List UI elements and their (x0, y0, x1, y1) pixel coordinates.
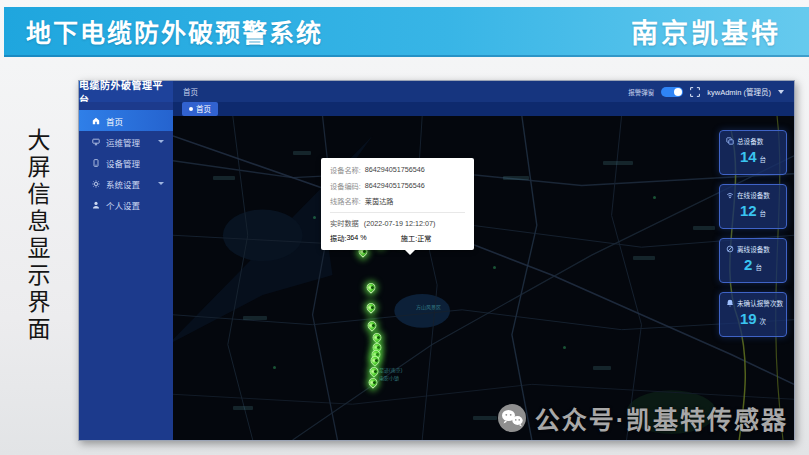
app-body: 首页 运维管理 设备管理 系统设置 个人设置 (79, 102, 794, 440)
slide-banner: 地下电缆防外破预警系统 南京凯基特 (4, 7, 809, 57)
card-unit: 台 (760, 156, 767, 163)
metric-label: 振动: (330, 233, 346, 243)
sidebar-item-devices[interactable]: 设备管理 (79, 152, 173, 173)
app-navbar: 电缆防外破管理平台 首页 报警弹窗 kywAdmin (管理员) (79, 81, 794, 102)
sidebar-item-label: 首页 (106, 115, 123, 127)
popup-row-line-name: 线路名称: 莱茵达路 (330, 196, 465, 206)
map-label-noise (243, 316, 267, 320)
sidebar-item-ops[interactable]: 运维管理 (79, 131, 173, 152)
card-unit: 台 (760, 210, 767, 217)
chevron-down-icon (158, 182, 164, 185)
breadcrumb: 首页 (183, 86, 198, 97)
card-header: 离线设备数 (720, 239, 786, 254)
metric-value: 正常 (417, 233, 431, 243)
home-icon (92, 117, 100, 125)
card-number: 12 (740, 202, 757, 219)
toggle-knob (674, 88, 682, 96)
card-number: 14 (740, 148, 757, 165)
ops-icon (92, 138, 100, 146)
offline-icon (726, 245, 734, 253)
realtime-label: 实时数据 (330, 219, 359, 228)
alarm-toggle[interactable] (661, 87, 683, 97)
card-label: 在线设备数 (737, 190, 770, 200)
alarm-bell-icon (726, 299, 734, 307)
app-logo: 电缆防外破管理平台 (79, 81, 173, 102)
card-header: 未确认报警次数 (720, 293, 786, 308)
sidebar-item-label: 运维管理 (106, 136, 140, 148)
popup-metrics-row: 振动: 364 % 施工: 正常 (330, 233, 465, 245)
map-label-noise (293, 151, 311, 155)
main-area: 首页 (173, 102, 794, 440)
card-label: 总设备数 (737, 136, 763, 146)
map-label-noise (233, 406, 253, 410)
alarm-toggle-label: 报警弹窗 (628, 87, 654, 97)
field-value: 莱茵达路 (365, 196, 394, 206)
card-value: 19次 (720, 311, 786, 326)
map-label-noise (503, 176, 529, 180)
map-poi-dot (653, 196, 656, 199)
fullscreen-icon[interactable] (690, 87, 700, 97)
field-value: 864294051756546 (365, 181, 425, 191)
realtime-timestamp: (2022-07-19 12:12:07) (364, 219, 436, 228)
online-icon (726, 191, 734, 199)
metric-label: 施工: (401, 233, 417, 243)
card-unit: 次 (760, 318, 767, 325)
map-label-noise (213, 176, 235, 180)
map-streets (173, 116, 794, 440)
card-number: 2 (744, 256, 752, 273)
card-value: 14台 (720, 149, 786, 164)
brand-name: 南京凯基特 (631, 12, 781, 51)
card-value: 2台 (720, 257, 786, 272)
sidebar: 首页 运维管理 设备管理 系统设置 个人设置 (79, 102, 173, 440)
map-canvas[interactable]: 方山风景区中道足迹(南京)电影小镇 AA 设备名称: 8642940517565… (173, 116, 794, 440)
field-label: 线路名称: (330, 196, 361, 206)
map-poi-dot (273, 366, 276, 369)
map-label-noise (693, 226, 715, 230)
tab-home[interactable]: 首页 (182, 102, 218, 116)
chevron-down-icon (158, 140, 164, 143)
map-label-noise (473, 416, 497, 420)
devices-icon (726, 137, 734, 145)
sidebar-item-home[interactable]: 首页 (79, 110, 173, 131)
card-unit: 台 (755, 264, 762, 271)
popup-divider (330, 212, 465, 213)
stat-card-offline-devices[interactable]: 离线设备数 2台 (719, 238, 787, 283)
sidebar-item-label: 个人设置 (106, 199, 140, 211)
card-header: 总设备数 (720, 131, 786, 146)
settings-icon (92, 180, 100, 188)
stat-card-online-devices[interactable]: 在线设备数 12台 (719, 184, 787, 229)
chevron-down-icon[interactable] (778, 90, 784, 94)
sidebar-item-profile[interactable]: 个人设置 (79, 194, 173, 215)
map-label-noise (593, 366, 611, 370)
card-value: 12台 (720, 203, 786, 218)
card-label: 离线设备数 (737, 244, 770, 254)
popup-realtime-row: 实时数据 (2022-07-19 12:12:07) (330, 218, 465, 228)
map-poi-dot (493, 266, 496, 269)
sidebar-item-label: 设备管理 (106, 157, 140, 169)
device-icon (92, 159, 100, 167)
map-label-noise (603, 161, 633, 165)
sidebar-item-label: 系统设置 (106, 178, 140, 190)
presentation-slide: 地下电缆防外破预警系统 南京凯基特 大屏信息显示界面 电缆防外破管理平台 首页 … (0, 0, 809, 455)
tab-active-dot (189, 107, 193, 111)
device-info-popup: 设备名称: 864294051756546 设备编码: 864294051756… (321, 158, 474, 250)
card-number: 19 (740, 310, 757, 327)
sidebar-item-settings[interactable]: 系统设置 (79, 173, 173, 194)
field-value: 864294051756546 (365, 165, 425, 175)
map-poi-dot (313, 216, 316, 219)
card-header: 在线设备数 (720, 185, 786, 200)
metric-construction: 施工: 正常 (401, 233, 432, 243)
tab-label: 首页 (196, 103, 211, 114)
slide-title: 地下电缆防外破预警系统 (26, 13, 323, 49)
metric-value: 364 % (346, 233, 366, 243)
map-label-noise (633, 256, 655, 260)
profile-icon (92, 201, 100, 209)
user-menu[interactable]: kywAdmin (管理员) (707, 86, 771, 97)
field-label: 设备编码: (330, 181, 361, 191)
stat-card-unconfirmed-alarms[interactable]: 未确认报警次数 19次 (719, 292, 787, 337)
tab-strip: 首页 (173, 102, 794, 116)
popup-row-device-name: 设备名称: 864294051756546 (330, 165, 465, 175)
map-poi-dot (563, 346, 566, 349)
field-label: 设备名称: (330, 165, 361, 175)
stat-card-total-devices[interactable]: 总设备数 14台 (719, 130, 787, 175)
